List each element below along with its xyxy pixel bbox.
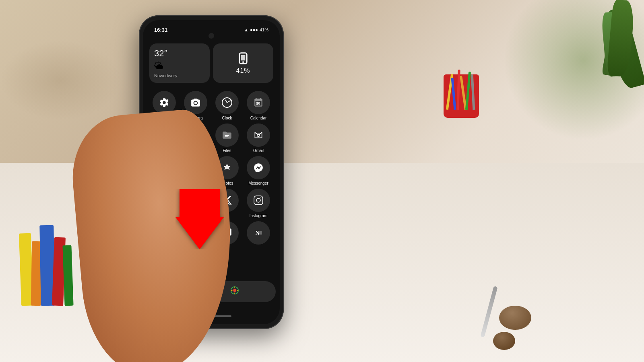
instagram-icon[interactable]: [247, 189, 270, 212]
messenger-label: Messenger: [248, 181, 268, 185]
clock-minute-hand: [227, 100, 231, 103]
svg-point-16: [260, 197, 261, 198]
svg-point-2: [242, 61, 244, 63]
app-gmail[interactable]: Gmail: [244, 123, 273, 153]
weather-widget[interactable]: 32° 🌥 Nowodwory: [149, 43, 210, 83]
status-icons: ▲ ●●● 41%: [244, 27, 268, 32]
clock-icon-app[interactable]: [215, 91, 239, 114]
gmail-label: Gmail: [253, 148, 264, 153]
widgets-row: 32° 🌥 Nowodwory 41%: [143, 40, 280, 83]
files-label: Files: [223, 148, 231, 153]
svg-rect-14: [254, 196, 263, 205]
status-time: 16:31: [154, 27, 167, 33]
svg-point-15: [256, 198, 260, 202]
status-bar: 16:31 ▲ ●●● 41%: [143, 20, 280, 35]
gmail-icon[interactable]: [247, 123, 270, 147]
bg-decoration-2: [0, 40, 121, 121]
svg-text:28: 28: [256, 101, 260, 105]
battery-status: 41%: [260, 27, 268, 32]
battery-display: 41%: [236, 67, 250, 74]
app-files[interactable]: Files: [212, 123, 242, 153]
signal-icon: ●●●: [250, 27, 258, 32]
app-clock[interactable]: Clock: [212, 91, 242, 120]
app-messenger[interactable]: Messenger: [244, 156, 273, 185]
stone-large: [499, 306, 531, 330]
front-camera: [208, 33, 214, 39]
weather-city: Nowodwory: [154, 73, 205, 78]
messenger-icon[interactable]: [247, 156, 270, 179]
svg-text:N: N: [255, 230, 259, 236]
app-calendar[interactable]: 28 Calendar: [244, 91, 273, 120]
wifi-icon: ▲: [244, 27, 248, 32]
weather-temp: 32°: [154, 48, 205, 59]
battery-widget[interactable]: 41%: [213, 43, 273, 83]
weather-cloud-icon: 🌥: [154, 60, 205, 72]
svg-point-26: [233, 289, 236, 292]
instagram-label: Instagram: [250, 214, 267, 218]
pencil-cup: [444, 74, 479, 118]
app-notion[interactable]: N: [244, 221, 273, 246]
google-lens-button[interactable]: [230, 286, 239, 297]
svg-rect-11: [225, 135, 229, 136]
phone-battery-icon: [237, 52, 250, 65]
svg-point-13: [257, 134, 260, 137]
files-icon[interactable]: [215, 123, 239, 147]
clock-label: Clock: [222, 116, 232, 120]
app-instagram[interactable]: Instagram: [244, 189, 273, 218]
svg-rect-12: [225, 136, 228, 137]
svg-rect-1: [241, 55, 246, 60]
stone-small: [493, 332, 515, 350]
calendar-label: Calendar: [250, 116, 267, 120]
notion-icon[interactable]: N: [247, 221, 270, 245]
svg-rect-24: [259, 231, 262, 235]
calendar-icon[interactable]: 28: [247, 91, 270, 114]
clock-face: [222, 97, 232, 108]
plant-decoration: [555, 0, 644, 113]
